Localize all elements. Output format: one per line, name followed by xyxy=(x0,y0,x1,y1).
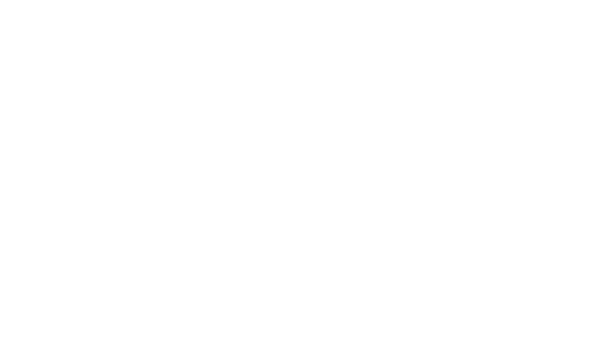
legend-swatch-total xyxy=(262,41,279,44)
legend-item-hydration xyxy=(304,41,327,44)
plot-area xyxy=(71,68,570,310)
chart-container xyxy=(0,0,589,364)
legend-item-total xyxy=(262,41,285,44)
chart-legend xyxy=(0,41,589,44)
legend-swatch-hydration xyxy=(304,41,321,44)
